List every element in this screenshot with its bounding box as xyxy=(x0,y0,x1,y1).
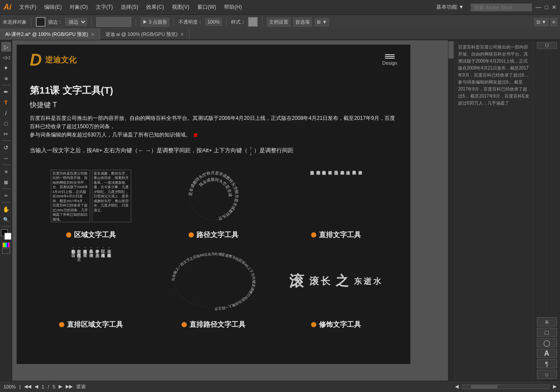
decorate-text-dot xyxy=(311,322,316,327)
direct-selection-tool-btn[interactable]: ◁◁ xyxy=(1,52,11,62)
background-color[interactable] xyxy=(4,233,11,240)
vert-area-col-7: 雄英，是非成败转头 xyxy=(106,246,112,316)
h-scrollbar-thumb[interactable] xyxy=(471,385,497,388)
minimize-button[interactable]: — xyxy=(536,4,541,10)
arrow-indicator: ↑↓ xyxy=(249,146,252,156)
gradient-button[interactable] xyxy=(2,242,10,248)
panel-btn-1[interactable]: ≡ xyxy=(537,317,557,326)
tool-sep-2 xyxy=(2,140,10,141)
prev-page-btn[interactable]: ◀◀ xyxy=(24,384,31,389)
magic-wand-tool-btn[interactable]: ✦ xyxy=(1,63,11,73)
vert-col-4: 青山依旧在 xyxy=(327,168,332,224)
close-button[interactable]: ✕ xyxy=(552,4,556,10)
restore-button[interactable]: □ xyxy=(545,4,548,10)
reflect-tool-btn[interactable]: ↔ xyxy=(1,153,11,163)
stroke-dropdown[interactable]: 描边 xyxy=(65,18,87,26)
hamburger-line-2 xyxy=(385,56,395,57)
area-text-name: 区域文字工具 xyxy=(74,231,116,240)
scroll-left-btn[interactable]: ◀ xyxy=(455,384,458,389)
tool-sep-6 xyxy=(2,226,10,227)
panel-btn-type[interactable]: A xyxy=(537,349,557,358)
scrollbar-thumb[interactable] xyxy=(448,41,454,59)
menu-text[interactable]: 文字(T) xyxy=(92,2,116,13)
doc-settings-button[interactable]: 文档设置 xyxy=(267,18,290,27)
decorate-text-label: 修饰文字工具 xyxy=(311,320,361,329)
area-text-tool-example: 百度百科是百度公司推出的一部内容开放、自由的网络百科全书平台。其测试版于2006… xyxy=(30,163,152,240)
type-tool-btn[interactable]: T xyxy=(1,98,11,107)
tools-row-2: 非成败转头空，青山 依旧在，几度夕阳红，是 白发渔樵江渚上，惯看 秋月春风，一壶… xyxy=(30,244,397,329)
opacity-value[interactable]: 100% xyxy=(205,18,222,26)
menu-window[interactable]: 窗口(W) xyxy=(194,2,220,13)
more-options-button[interactable]: ≡ xyxy=(550,18,557,26)
zoom-tool-btn[interactable]: 🔍 xyxy=(1,215,11,224)
rotate-tool-btn[interactable]: ↺ xyxy=(1,143,11,152)
menu-edit[interactable]: 编辑(E) xyxy=(41,2,65,13)
vert-col-2: 浪花淘尽英雄 xyxy=(315,168,321,224)
lasso-tool-btn[interactable]: ⊕ xyxy=(1,74,11,83)
panel-btn-circle[interactable]: ○ xyxy=(537,370,557,379)
page-back-btn[interactable]: ◀ xyxy=(35,384,38,389)
scroll-right-btn[interactable]: ▶ xyxy=(553,384,556,389)
eyedropper-tool-btn[interactable]: ✏ xyxy=(1,191,11,200)
panel-btn-3[interactable]: ◯ xyxy=(537,338,557,347)
stroke-color-swatch[interactable] xyxy=(36,17,46,27)
line-tool-btn[interactable]: / xyxy=(1,108,11,118)
tool-sep-5 xyxy=(2,202,10,203)
selection-tool-btn[interactable]: ▷ xyxy=(1,42,11,52)
none-button[interactable] xyxy=(2,248,10,254)
menu-help[interactable]: 帮助(H) xyxy=(220,2,245,13)
panel-btn-para[interactable]: ¶ xyxy=(537,359,557,368)
path-text-tool-example: 是非成败转头空秋月是非成败转头空秋月是非成败转头空 我非成败转头空是非成 xyxy=(152,163,275,240)
warp-tool-btn[interactable]: ≋ xyxy=(1,167,11,176)
menu-object[interactable]: 对象(O) xyxy=(66,2,91,13)
panel-btn-2[interactable]: □ xyxy=(537,328,557,337)
scissors-tool-btn[interactable]: ✂ xyxy=(1,129,11,139)
decorate-text-preview: 滚 滚长 之 东逝水 xyxy=(275,244,397,318)
canvas-area: D 逆迪文化 Design 第11课 文字工具(T) 快捷键 T 百度百科是百度… xyxy=(12,40,454,381)
vert-area-col-5: 古今多少事，几度夕 xyxy=(94,246,100,316)
vert-path-text-label: 直排路径文字工具 xyxy=(182,320,245,329)
lesson-shortcut: 快捷键 T xyxy=(30,101,397,110)
decorate-text-name: 修饰文字工具 xyxy=(319,320,361,329)
page-last-btn[interactable]: ▶▶ xyxy=(66,384,73,389)
toolbar: 未选择对象 描边： 描边 ▶ 3 点圆形 不透明度： 100% 样式： 文档设置… xyxy=(0,14,560,29)
doc-menu-area[interactable]: Design xyxy=(382,54,397,66)
menu-file[interactable]: 文件(F) xyxy=(16,2,40,13)
toolbar-sep-5 xyxy=(226,18,227,26)
menu-effect[interactable]: 效果(C) xyxy=(143,2,168,13)
page-forward-btn[interactable]: ▶ xyxy=(59,384,62,389)
tab-nidi[interactable]: 逆迪.ai @ 100% (RGB/GPU 预览) ✕ xyxy=(100,28,189,40)
pen-tool-btn[interactable]: ✒ xyxy=(1,87,11,97)
workspace-dropdown[interactable]: 基本功能 ▼ xyxy=(433,2,467,13)
arrange-button[interactable]: ⊞ ▼ xyxy=(315,18,329,26)
circle-text-svg: 是非成败转头空秋月是非成败转头空秋月是非成败转头空 我非成败转头空是非成 xyxy=(185,168,242,224)
tab-nidi-close[interactable]: ✕ xyxy=(180,32,184,37)
arrange-right-button[interactable]: ⊟ ▼ xyxy=(534,18,549,26)
panel-collapse-btn[interactable]: 《》 xyxy=(537,42,557,49)
tab-bar: AI-课件2.ai* @ 100% (RGB/GPU 预览) ✕ 逆迪.ai @… xyxy=(0,29,560,40)
toolbar-sep-4 xyxy=(174,18,174,26)
color-mode-buttons xyxy=(2,242,10,254)
stock-search-input[interactable] xyxy=(471,4,532,11)
tab-ai-course-close[interactable]: ✕ xyxy=(91,32,94,37)
vert-path-text-dot xyxy=(182,322,187,327)
hand-tool-btn[interactable]: ✋ xyxy=(1,204,11,214)
menu-select[interactable]: 选择(S) xyxy=(117,2,142,13)
horizontal-scrollbar[interactable] xyxy=(462,385,550,389)
preferences-button[interactable]: 首选项 xyxy=(293,18,312,27)
style-color[interactable] xyxy=(248,17,258,27)
area-text-dot xyxy=(66,232,71,238)
vert-area-col-3: 白发渔樵江渚上，惯看 xyxy=(82,246,88,316)
lesson-tip-text: 当输入一段文字之后，按Alt+ 左右方向键（← →）是调整字间距，按Alt+ 上… xyxy=(30,146,397,156)
color-swatches[interactable] xyxy=(1,229,11,240)
rect-tool-btn[interactable]: □ xyxy=(1,119,11,128)
panel-sep xyxy=(546,50,547,316)
tab-ai-course[interactable]: AI-课件2.ai* @ 100% (RGB/GPU 预览) ✕ xyxy=(0,28,100,40)
graph-tool-btn[interactable]: ▦ xyxy=(1,177,11,187)
menu-view[interactable]: 视图(V) xyxy=(168,2,193,13)
no-selection-label: 未选择对象 xyxy=(3,19,27,25)
lesson-body-text: 百度百科是百度公司推出的一部内容开放、自由的网络百科全书平台。其测试版于2006… xyxy=(30,114,397,140)
doc-logo-icon: D xyxy=(30,52,42,68)
point-type[interactable]: ▶ 3 点圆形 xyxy=(140,18,169,27)
vertical-scrollbar[interactable] xyxy=(448,40,454,381)
